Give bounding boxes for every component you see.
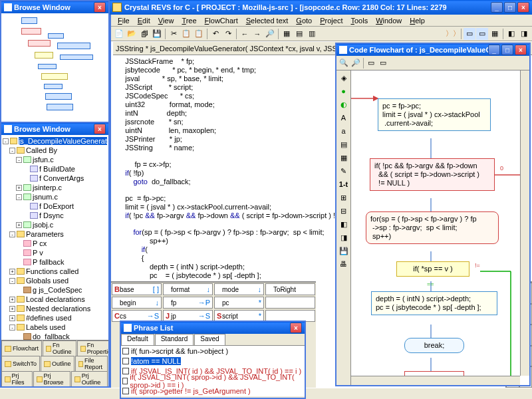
tree-item[interactable]: +Local declarations xyxy=(3,295,107,304)
flow-sbtn[interactable]: 1-t xyxy=(338,178,350,190)
menu-flowchart[interactable]: FlowChart xyxy=(201,17,242,25)
phrase-item[interactable]: if( fun->object ) xyxy=(121,396,305,396)
tool-btn[interactable]: ▥ xyxy=(306,28,318,40)
phrase-tabs[interactable]: DefaultStandardSaved xyxy=(121,334,305,346)
menu-help[interactable]: Help xyxy=(406,17,429,25)
flow-tbtn[interactable]: ▭ xyxy=(365,57,377,69)
tool-btn[interactable]: ↶ xyxy=(209,28,221,40)
tab-switchto[interactable]: SwitchTo xyxy=(1,356,40,371)
var-cell[interactable]: B base[ ] xyxy=(112,283,162,295)
flow-tbtn[interactable]: 🔎 xyxy=(350,57,362,69)
tree-item[interactable]: +Nested declarations xyxy=(3,304,107,313)
flow-scroll-v[interactable] xyxy=(520,70,529,376)
tree-item[interactable]: -Called By xyxy=(3,146,107,155)
tree-root[interactable]: -js_DecompileValueGenerat xyxy=(3,136,107,146)
var-cell[interactable]: ToRight xyxy=(265,283,315,295)
mini-flowchart[interactable] xyxy=(1,13,108,122)
var-cell[interactable]: format↓ xyxy=(163,283,213,295)
menu-view[interactable]: View xyxy=(154,17,178,25)
tree-item[interactable]: -Globals used xyxy=(3,276,107,285)
tool-btn[interactable]: 📋 xyxy=(193,28,205,40)
tree-item[interactable]: -Parameters xyxy=(3,229,107,239)
tool-btn[interactable]: 🔎 xyxy=(264,28,276,40)
tool-btn[interactable]: → xyxy=(251,28,263,40)
tool-btn[interactable]: 🗐 xyxy=(138,28,150,40)
flow-canvas[interactable]: pc = fp->pc; limit = ( jsval * ) cx->sta… xyxy=(351,72,520,376)
tool-btn[interactable]: ◧ xyxy=(505,28,517,40)
flow-node-cond[interactable]: if( !pc && fp->argv && fp->down && ( scr… xyxy=(370,158,495,191)
tool-btn[interactable]: 📂 xyxy=(126,28,138,40)
flow-sbtn[interactable]: 🖶 xyxy=(338,258,350,270)
tree-item[interactable]: g js_CodeSpec xyxy=(3,285,107,295)
flow-sbtn[interactable]: ▦ xyxy=(338,152,350,164)
tree-item[interactable]: -Labels used xyxy=(3,323,107,332)
tree-item[interactable]: -jsfun.c xyxy=(3,155,107,164)
menu-goto[interactable]: Goto xyxy=(292,17,316,25)
flow-sbtn[interactable]: ◈ xyxy=(338,72,350,84)
tool-btn[interactable]: ↷ xyxy=(222,28,234,40)
menu-tools[interactable]: Tools xyxy=(346,17,372,25)
tree-item[interactable]: f DoExport xyxy=(3,201,107,211)
tool-btn[interactable]: ▦ xyxy=(489,28,501,40)
flow-sbtn[interactable]: ⊞ xyxy=(338,192,350,203)
flow-max[interactable]: □ xyxy=(501,45,513,55)
tree-item[interactable]: +#defines used xyxy=(3,313,107,323)
var-cell[interactable]: pc* xyxy=(214,297,264,309)
tool-btn[interactable]: 💾 xyxy=(151,28,163,40)
browse-tree[interactable]: -js_DecompileValueGenerat -Called By-jsf… xyxy=(1,135,108,340)
browse2-close[interactable]: × xyxy=(94,124,106,134)
tree-item[interactable]: +Functions called xyxy=(3,267,107,276)
tree-item[interactable]: +jsobj.c xyxy=(3,220,107,229)
minimize-button[interactable]: _ xyxy=(491,2,503,13)
tree-item[interactable]: P fallback xyxy=(3,257,107,267)
tab-flowchart[interactable]: Flowchart xyxy=(1,340,42,356)
phrase-item[interactable]: !atom == NULL xyxy=(121,356,305,366)
flow-sbtn[interactable]: 💾 xyxy=(338,245,350,257)
menu-selected text[interactable]: Selected text xyxy=(242,17,293,25)
flow-scroll-h[interactable] xyxy=(351,376,520,385)
flow-sbtn[interactable]: ✎ xyxy=(338,165,350,177)
tree-item[interactable]: P v xyxy=(3,248,107,257)
close-button[interactable]: × xyxy=(517,2,529,13)
tree-item[interactable]: do_fallback xyxy=(3,332,107,340)
menu-tree[interactable]: Tree xyxy=(178,17,200,25)
tree-item[interactable]: -jsnum.c xyxy=(3,192,107,201)
var-cell[interactable]: fp→P xyxy=(163,297,213,309)
flow-tbtn[interactable]: ▭ xyxy=(377,57,389,69)
flow-sbtn[interactable]: a xyxy=(338,125,350,137)
tab-fn-outline[interactable]: Fn Outline xyxy=(43,340,76,356)
tool-btn[interactable]: ▦ xyxy=(281,28,293,40)
menu-file[interactable]: File xyxy=(114,17,134,25)
tab-prj-browse[interactable]: Prj Browse xyxy=(33,371,70,386)
flow-node-proc[interactable]: pc = fp->pc; limit = ( jsval * ) cx->sta… xyxy=(378,98,491,131)
tab-outline[interactable]: Outline xyxy=(41,356,74,371)
flow-tbtn[interactable]: 🔍 xyxy=(338,57,350,69)
tool-btn[interactable]: 📄 xyxy=(113,28,125,40)
phrase-tab[interactable]: Default xyxy=(121,334,154,345)
tool-btn[interactable]: ◨ xyxy=(518,28,530,40)
flow-sbtn[interactable]: ◨ xyxy=(338,231,350,243)
tool-btn[interactable]: 📋 xyxy=(180,28,192,40)
phrase-tab[interactable]: Standard xyxy=(155,334,194,345)
menu-project[interactable]: Project xyxy=(316,17,346,25)
tool-btn[interactable]: ▭ xyxy=(476,28,488,40)
menubar[interactable]: FileEditViewTreeFlowChartSelected textGo… xyxy=(111,15,532,27)
tree-item[interactable]: +jsinterp.c xyxy=(3,183,107,192)
menu-edit[interactable]: Edit xyxy=(134,17,154,25)
flow-sbtn[interactable]: ▤ xyxy=(338,138,350,150)
tool-btn[interactable]: 〉〉 xyxy=(447,28,459,40)
phrase-close[interactable]: × xyxy=(290,323,302,333)
tool-btn[interactable]: ✂ xyxy=(168,28,180,40)
phrase-item[interactable]: if( JSVAL_IS_INT( sprop->id ) && JSVAL_T… xyxy=(121,376,305,386)
var-cell[interactable]: begin↓ xyxy=(112,297,162,309)
flow-sbtn[interactable]: ◐ xyxy=(338,98,350,110)
flow-node-proc[interactable]: depth = ( intN ) script->depth; pc = ( j… xyxy=(371,291,497,315)
var-cell[interactable]: mode↓ xyxy=(214,283,264,295)
flow-sbtn[interactable]: ⊟ xyxy=(338,205,350,217)
flow-sbtn[interactable]: ◧ xyxy=(338,218,350,230)
flow-node-loop[interactable]: for(sp = ( fp->sp < fp->argv ) ? fp ->sp… xyxy=(366,211,499,244)
phrase-list[interactable]: if( fun->script && fun->object )!atom ==… xyxy=(121,346,305,396)
flow-close[interactable]: × xyxy=(515,45,527,55)
tree-item[interactable]: f Dsync xyxy=(3,211,107,220)
tree-item[interactable]: f ConvertArgs xyxy=(3,174,107,183)
